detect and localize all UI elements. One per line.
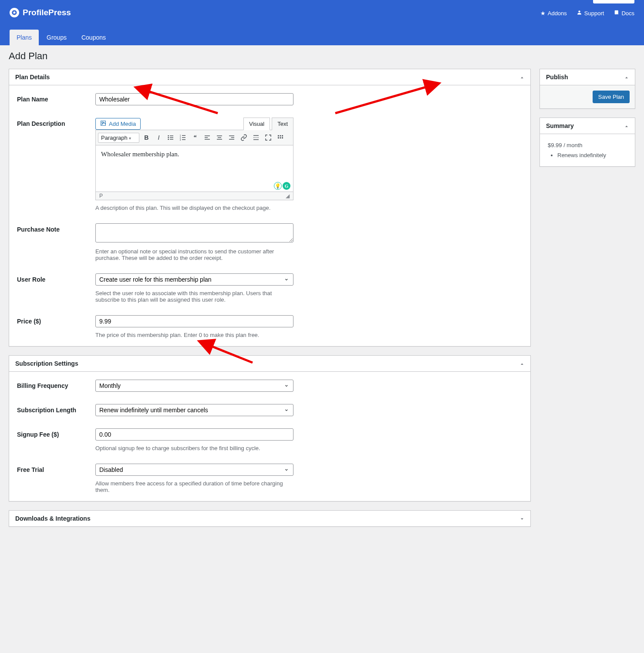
docs-link[interactable]: Docs [614, 10, 634, 17]
price-help: The price of this membership plan. Enter… [95, 332, 293, 338]
role-help: Select the user role to associate with t… [95, 290, 293, 303]
label-user-role: User Role [17, 273, 95, 283]
save-plan-button[interactable]: Save Plan [593, 91, 630, 103]
svg-rect-12 [182, 137, 185, 138]
italic-icon[interactable]: I [153, 132, 164, 143]
svg-rect-17 [217, 135, 222, 136]
box-header-subscription[interactable]: Subscription Settings ▲ [9, 356, 530, 372]
tab-plans[interactable]: Plans [10, 30, 39, 45]
box-subscription: Subscription Settings ▲ Billing Frequenc… [9, 355, 531, 502]
signup-fee-input[interactable] [95, 428, 293, 441]
grammarly-hint-icon[interactable]: 💡 [274, 182, 282, 190]
editor-toolbar: Paragraph ▾ B I 123 “ [96, 130, 293, 145]
brand-icon: ✪ [10, 8, 19, 17]
box-downloads: Downloads & Integrations ▼ [9, 510, 531, 527]
add-media-button[interactable]: Add Media [95, 118, 141, 130]
desc-help: A description of this plan. This will be… [95, 205, 293, 211]
plan-name-input[interactable] [95, 93, 293, 105]
brand-text: ProfilePress [23, 8, 71, 17]
label-signup-fee: Signup Fee ($) [17, 428, 95, 438]
tab-groups[interactable]: Groups [40, 30, 74, 45]
bold-icon[interactable]: B [141, 132, 152, 143]
support-link[interactable]: Support [577, 10, 604, 17]
svg-rect-18 [218, 137, 221, 138]
label-billing-freq: Billing Frequency [17, 380, 95, 389]
number-list-icon[interactable]: 123 [178, 132, 188, 143]
resize-grip-icon[interactable]: ◢ [286, 193, 290, 199]
svg-point-2 [168, 135, 169, 137]
layout: Plan Details ▲ Plan Name Plan Descriptio… [9, 69, 635, 527]
grammarly-widget: 💡 G [274, 182, 290, 190]
read-more-icon[interactable] [251, 132, 261, 143]
topbar-button-placeholder[interactable] [593, 0, 634, 3]
box-body-summary: $9.99 / month Renews indefinitely [540, 134, 635, 166]
editor-tab-visual[interactable]: Visual [243, 118, 270, 130]
svg-rect-23 [253, 135, 259, 136]
box-header-summary[interactable]: Summary ▲ [540, 118, 635, 134]
box-header-plan-details[interactable]: Plan Details ▲ [9, 69, 530, 85]
label-purchase-note: Purchase Note [17, 223, 95, 233]
svg-rect-28 [282, 135, 283, 137]
nav-tabs: Plans Groups Coupons [10, 30, 634, 45]
svg-rect-15 [205, 137, 208, 138]
svg-rect-26 [278, 135, 279, 137]
bullet-list-icon[interactable] [165, 132, 176, 143]
chevron-up-icon: ▲ [624, 76, 629, 79]
quote-icon[interactable]: “ [190, 132, 200, 143]
page-title: Add Plan [9, 50, 635, 62]
box-summary: Summary ▲ $9.99 / month Renews indefinit… [539, 118, 635, 167]
user-role-select[interactable]: Create user role for this membership pla… [95, 273, 293, 286]
box-header-publish[interactable]: Publish ▲ [540, 69, 635, 85]
summary-bullet: Renews indefinitely [557, 152, 627, 158]
row-price: Price ($) The price of this membership p… [17, 315, 523, 338]
svg-rect-6 [170, 137, 173, 138]
svg-rect-30 [280, 137, 281, 138]
svg-rect-19 [217, 139, 222, 139]
label-free-trial: Free Trial [17, 464, 95, 473]
align-left-icon[interactable] [202, 132, 212, 143]
box-body-publish: Save Plan [540, 85, 635, 108]
chevron-up-icon: ▲ [624, 125, 629, 128]
align-right-icon[interactable] [226, 132, 237, 143]
star-icon: ★ [540, 10, 546, 17]
trial-help: Allow members free access for a specifie… [95, 480, 293, 493]
subscription-length-select[interactable]: Renew indefinitely until member cancels [95, 404, 293, 416]
addons-label: Addons [548, 10, 567, 17]
free-trial-select[interactable]: Disabled [95, 464, 293, 476]
tab-coupons[interactable]: Coupons [74, 30, 113, 45]
box-header-downloads[interactable]: Downloads & Integrations ▼ [9, 511, 530, 526]
media-icon [100, 120, 106, 128]
align-center-icon[interactable] [214, 132, 225, 143]
toolbar-toggle-icon[interactable] [275, 132, 286, 143]
billing-freq-select[interactable]: Monthly [95, 380, 293, 392]
box-plan-details: Plan Details ▲ Plan Name Plan Descriptio… [9, 69, 531, 347]
format-dropdown[interactable]: Paragraph ▾ [98, 133, 139, 143]
svg-rect-11 [182, 135, 185, 136]
svg-point-4 [168, 139, 169, 140]
purchase-note-input[interactable] [95, 223, 293, 242]
row-plan-name: Plan Name [17, 93, 523, 105]
svg-text:3: 3 [180, 139, 181, 141]
editor-content[interactable]: Wholesaler membership plan. 💡 G [96, 145, 293, 192]
chevron-up-icon: ▲ [520, 362, 524, 365]
label-price: Price ($) [17, 315, 95, 325]
support-label: Support [584, 10, 604, 17]
row-purchase-note: Purchase Note Enter an optional note or … [17, 223, 523, 261]
editor-top: Add Media Visual Text [95, 118, 293, 130]
fullscreen-icon[interactable] [263, 132, 273, 143]
svg-rect-21 [231, 137, 234, 138]
editor-tab-text[interactable]: Text [272, 118, 293, 130]
editor-tabs: Visual Text [243, 118, 293, 130]
price-input[interactable] [95, 315, 293, 327]
svg-point-3 [168, 137, 169, 138]
label-plan-desc: Plan Description [17, 118, 95, 127]
grammarly-icon[interactable]: G [283, 182, 290, 190]
svg-rect-20 [229, 135, 234, 136]
box-title: Publish [546, 74, 568, 81]
link-icon[interactable] [239, 132, 249, 143]
editor-path: P [99, 193, 103, 199]
docs-label: Docs [621, 10, 634, 17]
svg-point-0 [578, 10, 580, 12]
side-column: Publish ▲ Save Plan Summary ▲ $9.99 / mo… [539, 69, 635, 167]
addons-link[interactable]: ★ Addons [540, 10, 567, 17]
